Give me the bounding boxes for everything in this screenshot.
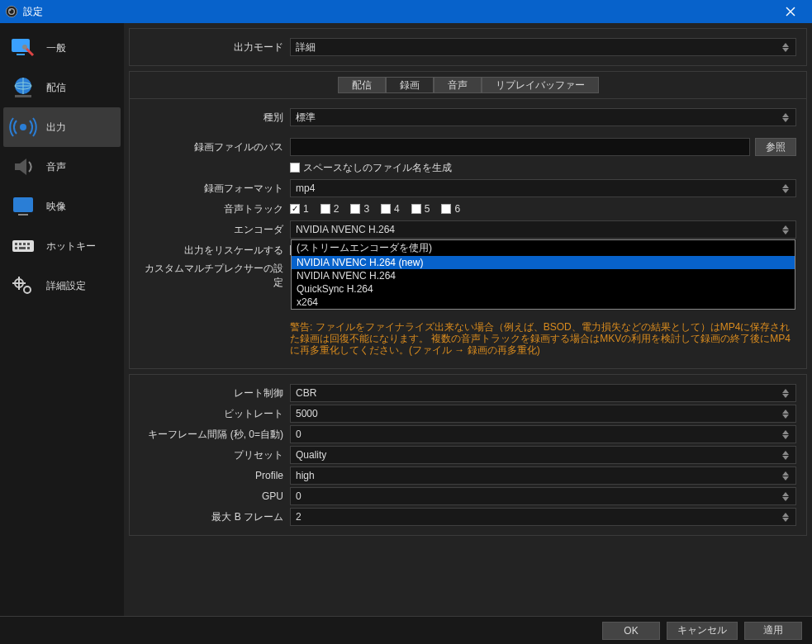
svg-rect-18 (27, 243, 30, 245)
encoder-option[interactable]: QuickSync H.264 (292, 282, 795, 296)
svg-rect-16 (19, 243, 21, 245)
svg-rect-20 (19, 247, 26, 249)
chevron-updown-icon (782, 182, 792, 195)
stepper-icon (782, 490, 792, 503)
output-mode-select[interactable]: 詳細 (290, 38, 796, 56)
sidebar-item-label: ホットキー (46, 239, 96, 253)
bitrate-input[interactable]: 5000 (290, 405, 796, 423)
svg-rect-14 (12, 240, 34, 252)
tab-audio[interactable]: 音声 (434, 77, 482, 93)
sidebar-item-label: 映像 (46, 200, 66, 214)
encoder-option[interactable]: (ストリームエンコーダを使用) (292, 240, 795, 256)
tracks-label: 音声トラック (136, 202, 285, 216)
sidebar-item-label: 音声 (46, 160, 66, 174)
rate-control-select[interactable]: CBR (290, 384, 796, 402)
bframes-input[interactable]: 2 (290, 508, 796, 526)
track-checkbox-1[interactable]: 1 (290, 203, 309, 215)
gpu-input[interactable]: 0 (290, 487, 796, 505)
monitor-icon (8, 193, 38, 220)
dialog-footer: OK キャンセル 適用 (0, 616, 812, 644)
track-checkbox-6[interactable]: 6 (441, 203, 460, 215)
cancel-button[interactable]: キャンセル (667, 622, 738, 640)
stepper-icon (782, 428, 792, 441)
svg-point-0 (6, 6, 17, 17)
bitrate-label: ビットレート (136, 407, 285, 421)
encoder-label: エンコーダ (136, 223, 285, 237)
checkbox-icon (290, 163, 300, 173)
path-input[interactable] (290, 138, 750, 156)
svg-rect-10 (15, 95, 31, 97)
encoder-select[interactable]: NVIDIA NVENC H.264 (ストリームエンコーダを使用)NVIDIA… (290, 220, 796, 239)
tab-replay-buffer[interactable]: リプレイバッファー (482, 77, 599, 93)
sidebar-item-label: 出力 (46, 121, 66, 135)
svg-rect-19 (15, 247, 17, 249)
tab-recording[interactable]: 録画 (386, 77, 434, 93)
obs-icon (5, 5, 18, 18)
sidebar-item-label: 一般 (46, 41, 66, 55)
keyframe-label: キーフレーム間隔 (秒, 0=自動) (136, 428, 285, 442)
stepper-icon (782, 510, 792, 523)
preset-select[interactable]: Quality (290, 446, 796, 464)
globe-icon (8, 74, 38, 101)
window-title: 設定 (23, 5, 43, 19)
track-checkbox-4[interactable]: 4 (381, 203, 400, 215)
checkbox-icon (321, 204, 330, 214)
svg-point-2 (9, 9, 12, 12)
svg-rect-15 (15, 243, 17, 245)
svg-rect-12 (13, 197, 33, 212)
track-checkbox-5[interactable]: 5 (411, 203, 430, 215)
sidebar-item-label: 配信 (46, 81, 66, 95)
sidebar-item-general[interactable]: 一般 (3, 28, 121, 68)
encoder-option[interactable]: NVIDIA NVENC H.264 (new) (292, 256, 795, 269)
profile-select[interactable]: high (290, 466, 796, 485)
svg-rect-17 (23, 243, 26, 245)
checkbox-icon (381, 204, 391, 214)
track-checkbox-3[interactable]: 3 (350, 203, 369, 215)
output-mode-label: 出力モード (136, 40, 285, 54)
chevron-updown-icon (782, 469, 792, 482)
mp4-warning: 警告: ファイルをファイナライズ出来ない場合（例えば、BSOD、電力損失などの結… (290, 320, 796, 359)
checkbox-icon (350, 204, 360, 214)
muxer-label: カスタムマルチプレクサーの設定 (136, 262, 285, 290)
svg-point-23 (24, 286, 31, 293)
tab-stream[interactable]: 配信 (338, 77, 386, 93)
nospace-checkbox[interactable]: スペースなしのファイル名を生成 (290, 161, 452, 175)
sidebar-item-output[interactable]: 出力 (3, 107, 121, 147)
apply-button[interactable]: 適用 (744, 622, 802, 640)
chevron-updown-icon (782, 223, 792, 236)
type-label: 種別 (136, 111, 285, 125)
close-button[interactable] (774, 0, 807, 23)
keyframe-input[interactable]: 0 (290, 425, 796, 443)
svg-rect-6 (17, 54, 25, 55)
sidebar-item-audio[interactable]: 音声 (3, 147, 121, 187)
sidebar-item-advanced[interactable]: 詳細設定 (3, 266, 121, 305)
ok-button[interactable]: OK (602, 622, 660, 640)
svg-rect-13 (18, 214, 28, 215)
gears-icon (8, 272, 38, 299)
rate-control-label: レート制御 (136, 386, 285, 400)
encoder-option[interactable]: x264 (292, 296, 795, 309)
sidebar-item-hotkeys[interactable]: ホットキー (3, 226, 121, 266)
monitor-wrench-icon (8, 35, 38, 61)
chevron-updown-icon (782, 386, 792, 400)
type-select[interactable]: 標準 (290, 108, 796, 126)
browse-button[interactable]: 参照 (755, 138, 796, 156)
titlebar: 設定 (0, 0, 812, 23)
sidebar-item-video[interactable]: 映像 (3, 187, 121, 226)
checkbox-icon (290, 204, 300, 214)
chevron-updown-icon (782, 40, 792, 54)
encoder-option[interactable]: NVIDIA NVENC H.264 (292, 269, 795, 282)
preset-label: プリセット (136, 448, 285, 462)
checkbox-icon (411, 204, 421, 214)
track-checkbox-2[interactable]: 2 (321, 203, 340, 215)
speaker-icon (8, 154, 38, 180)
format-select[interactable]: mp4 (290, 179, 796, 197)
main-panel: 出力モード 詳細 配信 録画 音声 リプレイバッファー (124, 23, 812, 616)
svg-rect-21 (27, 247, 30, 249)
chevron-updown-icon (782, 111, 792, 124)
keyboard-icon (8, 233, 38, 259)
sidebar-item-stream[interactable]: 配信 (3, 68, 121, 107)
sidebar: 一般 配信 出力 音声 映像 ホットキー 詳細設定 (0, 23, 124, 616)
path-label: 録画ファイルのパス (136, 140, 285, 154)
encoder-dropdown[interactable]: (ストリームエンコーダを使用)NVIDIA NVENC H.264 (new)N… (291, 239, 795, 310)
